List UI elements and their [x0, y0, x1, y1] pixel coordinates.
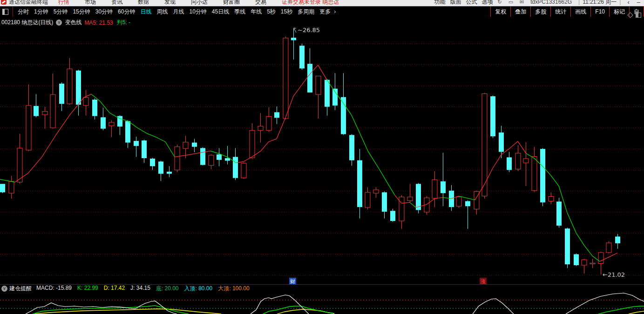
candle[interactable]: [274, 107, 279, 124]
candle[interactable]: [266, 107, 271, 132]
layout-toggle-icon[interactable]: [2, 9, 8, 15]
candle[interactable]: [606, 241, 611, 253]
candle[interactable]: [17, 134, 22, 184]
chevron-down-icon[interactable]: ∨: [1, 286, 7, 292]
monitor-icon[interactable]: ▭: [508, 0, 513, 5]
menu-item-shuju[interactable]: 数据: [138, 0, 149, 6]
candle[interactable]: [432, 171, 437, 207]
candle[interactable]: [101, 107, 106, 130]
trade-login-notice[interactable]: 证券交易未登录 纳思达: [282, 0, 339, 6]
candle[interactable]: [125, 120, 130, 148]
candle[interactable]: [50, 73, 55, 129]
period-tab-15秒[interactable]: 15秒: [281, 8, 292, 16]
candle[interactable]: [390, 209, 395, 222]
back-arrow-icon[interactable]: ‹: [627, 0, 629, 6]
menu-item-caifuquan[interactable]: 财富圈: [223, 0, 240, 6]
indicator-name[interactable]: 变色线: [65, 19, 81, 27]
candle[interactable]: [540, 148, 545, 206]
menu-item-shichang[interactable]: 市场: [85, 0, 96, 6]
candle[interactable]: [134, 137, 139, 157]
candle[interactable]: [482, 93, 487, 199]
candle[interactable]: [456, 196, 461, 208]
candle[interactable]: [200, 147, 205, 165]
menu-item-xuanxiang[interactable]: 选项: [481, 0, 493, 6]
menu-item-gongneng[interactable]: 功能: [434, 0, 445, 6]
candle[interactable]: [349, 134, 354, 166]
more-arrow-icon[interactable]: ›: [334, 8, 336, 15]
candle[interactable]: [490, 95, 495, 138]
candle[interactable]: [192, 139, 197, 152]
indicator-chart[interactable]: [0, 292, 644, 314]
candle[interactable]: [109, 120, 114, 137]
candle[interactable]: [0, 184, 5, 193]
candle[interactable]: [258, 113, 263, 142]
candle[interactable]: [556, 198, 562, 227]
tool-button-标记[interactable]: 标记: [609, 7, 629, 17]
candle[interactable]: [465, 200, 470, 229]
candle[interactable]: [299, 44, 305, 70]
candle[interactable]: [590, 259, 595, 268]
candle[interactable]: [357, 149, 362, 218]
tool-button-复权[interactable]: 复权: [490, 7, 510, 17]
candle[interactable]: [175, 145, 180, 172]
period-tab-10分钟[interactable]: 10分钟: [189, 8, 206, 16]
period-tab-1分钟[interactable]: 1分钟: [34, 8, 48, 16]
candlestick-chart[interactable]: ~26.85←21.02财涨: [0, 17, 644, 284]
candle[interactable]: [341, 73, 346, 135]
candle[interactable]: [399, 195, 404, 229]
candle[interactable]: [241, 162, 246, 179]
candle[interactable]: [209, 154, 214, 169]
tool-button-F10[interactable]: F10: [590, 7, 609, 17]
main-chart-area[interactable]: 002180 纳思达(日线) ∨ 变色线 MA5: 21.53 判5: - ~2…: [0, 17, 644, 284]
period-tab-多周期[interactable]: 多周期: [298, 8, 314, 16]
candle[interactable]: [515, 145, 521, 171]
candle[interactable]: [532, 147, 537, 192]
period-tab-月线[interactable]: 月线: [173, 8, 184, 16]
period-tab-更多[interactable]: 更多: [319, 8, 331, 16]
period-tab-60分钟[interactable]: 60分钟: [118, 8, 135, 16]
period-tab-30分钟[interactable]: 30分钟: [95, 8, 113, 16]
diamond-icon[interactable]: [627, 12, 633, 18]
candle[interactable]: [26, 85, 31, 151]
chevron-down-icon[interactable]: ∨: [56, 20, 62, 26]
period-tab-45日线[interactable]: 45日线: [212, 8, 229, 16]
candle[interactable]: [373, 187, 379, 198]
menu-item-gongshi[interactable]: 公式: [466, 0, 477, 6]
period-tab-15分钟[interactable]: 15分钟: [73, 8, 90, 16]
refresh-icon[interactable]: ↻: [497, 0, 502, 5]
candle[interactable]: [167, 166, 172, 177]
menu-item-jiaoyi[interactable]: 交易: [255, 0, 266, 6]
candle[interactable]: [67, 58, 72, 105]
candle[interactable]: [142, 140, 147, 163]
tool-button-统计[interactable]: 统计: [550, 7, 570, 17]
split-view-icon[interactable]: [636, 13, 641, 18]
mail-icon[interactable]: ✉: [520, 0, 524, 5]
candle[interactable]: [117, 115, 122, 135]
candle[interactable]: [615, 234, 620, 249]
candle[interactable]: [158, 160, 163, 180]
candle[interactable]: [307, 48, 312, 93]
candle[interactable]: [283, 36, 288, 119]
candle[interactable]: [9, 176, 14, 199]
candle[interactable]: [291, 29, 296, 60]
minimize-icon[interactable]: –: [637, 0, 640, 6]
menu-item-wenxiaoda[interactable]: 问小达: [191, 0, 208, 6]
candle[interactable]: [233, 148, 238, 180]
period-tab-季线[interactable]: 季线: [234, 8, 245, 16]
tool-button-画线[interactable]: 画线: [570, 7, 590, 17]
candle[interactable]: [565, 227, 570, 268]
candle[interactable]: [150, 158, 155, 170]
indicator-pane-name[interactable]: 建仓提醒: [9, 285, 32, 293]
tool-button-多股[interactable]: 多股: [530, 7, 550, 17]
period-tab-年线[interactable]: 年线: [251, 8, 262, 16]
period-tab-分时[interactable]: 分时: [18, 8, 29, 16]
candle[interactable]: [382, 192, 387, 219]
menu-item-hangqing[interactable]: 行情: [58, 0, 69, 6]
candle[interactable]: [250, 123, 255, 159]
candle[interactable]: [92, 98, 97, 119]
candle[interactable]: [83, 90, 88, 115]
period-tab-周线[interactable]: 周线: [156, 8, 168, 16]
candle[interactable]: [507, 152, 512, 172]
period-tab-5分钟[interactable]: 5分钟: [54, 8, 68, 16]
period-tab-日线[interactable]: 日线: [140, 8, 151, 16]
